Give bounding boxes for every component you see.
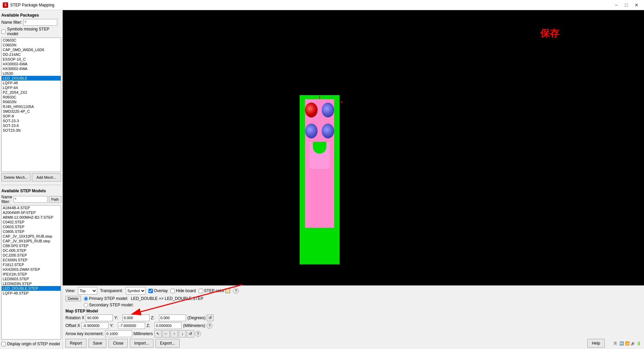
package-list-item[interactable]: HX30002-6WA (2, 66, 61, 71)
arrowkey-row: Arrow key increment: Millimeters ↖ ← ↑ ↓… (65, 330, 641, 337)
rotation-z-input[interactable] (159, 314, 186, 321)
rotation-row: Rotation X Y: Z: (Degrees) ↺ (65, 314, 641, 321)
pad-blue-top-right (322, 103, 334, 117)
view-help-button[interactable]: ? (233, 288, 239, 294)
model-list-item[interactable]: A1844B-4.STEP (2, 205, 61, 210)
package-list-item[interactable]: LQFP-48 (2, 81, 61, 85)
package-list-item[interactable]: ESSOP-10_C (2, 57, 61, 62)
rotation-unit: (Degrees) (187, 315, 205, 320)
import-button[interactable]: Import... (130, 339, 154, 348)
model-list-item[interactable]: CAP_JV_10X10P5_RUB.step (2, 234, 61, 239)
report-button[interactable]: Report (65, 339, 86, 348)
arrow-up-button[interactable]: ↑ (170, 330, 178, 337)
symbols-missing-checkbox[interactable] (1, 29, 6, 34)
view-select[interactable]: TopFrontRightBottom (78, 287, 97, 295)
model-list-item[interactable]: DCJ200.STEP (2, 253, 61, 258)
rotation-y-input[interactable] (122, 314, 149, 321)
add-mech-button[interactable]: Add Mech... (32, 173, 61, 181)
package-list-item[interactable]: DD-214AC (2, 52, 61, 57)
close-button[interactable]: ✕ (632, 2, 641, 8)
models-list[interactable]: A1844B-4.STEPA2004WR-5P.STEPABM8-12.000M… (1, 205, 61, 340)
hide-board-checkbox[interactable] (170, 289, 175, 293)
package-list-item[interactable]: LED_DOUBLE (2, 76, 61, 81)
package-list-item[interactable]: R0603C (2, 95, 61, 100)
offset-z-label: Z: (146, 323, 153, 328)
model-list-item[interactable]: EC600N.STEP (2, 258, 61, 262)
delete-primary-row: Delete Primary STEP model: LED_DOUBLE =>… (65, 296, 641, 301)
packages-btn-row: Delete Mech... Add Mech... (1, 173, 61, 181)
model-list-item[interactable]: HX42003-2WAF.STEP (2, 267, 61, 272)
model-list-item[interactable]: CAP_JV_8X10P5_RUB.step (2, 239, 61, 243)
window-title: STEP Package Mapping (10, 3, 55, 7)
package-list-item[interactable]: L0530 (2, 71, 61, 76)
overlay-checkbox-row: Overlay (148, 288, 168, 293)
package-list-item[interactable]: R0603N (2, 100, 61, 104)
package-list-item[interactable]: C0603C (2, 38, 61, 43)
model-list-item[interactable]: CB8-5P0.STEP (2, 243, 61, 248)
offset-z-input[interactable] (155, 322, 182, 329)
help-button[interactable]: Help (587, 339, 605, 348)
package-list-item[interactable]: SOT-23-6 (2, 123, 61, 128)
package-list-item[interactable]: SOP-8 (2, 114, 61, 118)
map-step-model-section: Map STEP Model Rotation X Y: Z: (Degrees… (65, 309, 641, 348)
close-main-button[interactable]: Close (108, 339, 128, 348)
overlay-label: Overlay (154, 288, 168, 293)
minimize-button[interactable]: − (611, 2, 621, 8)
overlay-checkbox[interactable] (148, 289, 153, 293)
primary-radio[interactable] (84, 297, 88, 301)
model-list-item[interactable]: C0603.STEP (2, 224, 61, 229)
package-list-item[interactable]: RJ45_HR911105A (2, 104, 61, 109)
symbols-missing-row: Symbols missing STEP model (1, 27, 61, 36)
packages-filter-row: Name filter: (1, 19, 61, 26)
offset-help-button[interactable]: ? (206, 323, 213, 329)
model-list-item[interactable]: LED0603N.STEP (2, 281, 61, 286)
package-list-item[interactable]: C0603N (2, 43, 61, 47)
arrow-left-button[interactable]: ← (162, 330, 170, 337)
hide-board-checkbox-row: Hide board (170, 288, 196, 293)
arrow-buttons: ↖ ← ↑ ↓ ↺ ? (154, 330, 201, 337)
offset-x-input[interactable] (81, 322, 108, 329)
path-button[interactable]: Path (49, 196, 61, 203)
model-list-item[interactable]: F1812.STEP (2, 262, 61, 267)
model-list-item[interactable]: DC-005.STEP (2, 248, 61, 253)
step-color-checkbox[interactable] (199, 289, 203, 293)
package-list-item[interactable]: SOT23-3N (2, 128, 61, 133)
model-list-item[interactable]: C0402.STEP (2, 220, 61, 224)
model-list-item[interactable]: A2004WR-5P.STEP (2, 210, 61, 215)
delete-button[interactable]: Delete (65, 296, 81, 301)
package-list-item[interactable]: SMD3225-4P_C (2, 109, 61, 114)
arrowkey-help-button[interactable]: ? (195, 331, 201, 337)
pads-bottom-row (305, 124, 334, 138)
secondary-radio[interactable] (84, 303, 88, 307)
arrow-down-button[interactable]: ↓ (179, 330, 186, 337)
rotation-undo-button[interactable]: ↺ (207, 314, 214, 321)
model-list-item[interactable]: IPEX1th.STEP (2, 272, 61, 277)
package-list-item[interactable]: LQFP-64 (2, 85, 61, 90)
arrow-rotate-button[interactable]: ↺ (187, 330, 194, 337)
model-list-item[interactable]: LQFP-48.STEP (2, 291, 61, 296)
export-button[interactable]: Export... (156, 339, 180, 348)
arrow-upleft-button[interactable]: ↖ (154, 330, 162, 337)
package-list-item[interactable]: CAP_SMD_W6D6_L6D6 (2, 47, 61, 52)
model-list-item[interactable]: LED_DOUBLE.STEP (2, 286, 61, 291)
save-button[interactable]: Save (88, 339, 106, 348)
model-list-item[interactable]: ABM8-12.000MHZ-B2-T.STEP (2, 215, 61, 220)
maximize-button[interactable]: □ (622, 2, 631, 8)
display-origin-checkbox[interactable] (1, 342, 6, 346)
pcb-green-board: ✕ (300, 95, 340, 264)
title-bar-left: S STEP Package Mapping (3, 2, 55, 8)
rotation-x-input[interactable] (86, 314, 113, 321)
packages-list[interactable]: C0603CC0603NCAP_SMD_W6D6_L6D6DD-214ACESS… (1, 38, 61, 172)
models-filter-input[interactable] (14, 196, 47, 203)
arrowkey-input[interactable] (105, 330, 132, 337)
rotation-label: Rotation X (65, 315, 84, 320)
offset-y-input[interactable] (118, 322, 145, 329)
package-list-item[interactable]: PZ_2D54_2X2 (2, 90, 61, 95)
model-list-item[interactable]: C0805.STEP (2, 229, 61, 234)
packages-filter-input[interactable] (23, 19, 57, 26)
model-list-item[interactable]: LED0603.STEP (2, 277, 61, 281)
package-list-item[interactable]: HX30002-6WA (2, 62, 61, 66)
package-list-item[interactable]: SOT-23-3 (2, 118, 61, 123)
delete-mech-button[interactable]: Delete Mech... (1, 173, 31, 181)
transparent-select[interactable]: SymbolOnOff (126, 287, 146, 295)
